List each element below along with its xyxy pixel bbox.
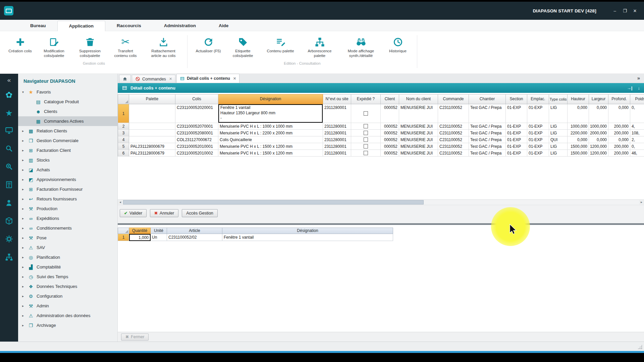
annuler-button[interactable]: ✖ Annuler (150, 209, 178, 217)
column-header-commande[interactable]: Commande (438, 94, 469, 104)
cell-commande[interactable]: C231100052 (438, 143, 469, 150)
nav-item-relation-clients[interactable]: ▸▩Relation Clients (18, 126, 117, 136)
ribbon-button-contenu-palette[interactable]: Contenu palette (261, 35, 300, 58)
ribbon-button-mode-affichage-synth-detaille[interactable]: Mode affichagesynth./détaillé (339, 35, 383, 58)
cell-chantier[interactable]: Test GAC / Prepa (469, 150, 506, 157)
checkbox-unchecked-icon[interactable] (364, 151, 368, 155)
rail-item-settings[interactable] (0, 231, 18, 249)
rail-item-invoices[interactable]: € (0, 176, 18, 194)
cell-section[interactable]: 01-EXP (506, 123, 527, 130)
cell-profond[interactable]: 200,000 (608, 130, 630, 136)
cell-designation[interactable]: Menuiserie PVC H x L : 1500 x 1200 mm (218, 150, 323, 157)
cell-section[interactable]: 01-EXP (506, 104, 527, 123)
checkbox-unchecked-icon[interactable] (364, 144, 368, 148)
cell-colis[interactable]: C231100052080001 (175, 130, 218, 136)
ribbon-button-actualiser-f5[interactable]: Actualiser (F5) (192, 35, 225, 58)
cell-hauteur[interactable]: 1000,000 (568, 123, 589, 130)
designation-edit-box[interactable]: Fenêtre 1 vantailHauteur 1350 Largeur 80… (218, 104, 323, 123)
nav-item-production[interactable]: ▸⚒Production (18, 204, 117, 214)
nav-item-commandes-actives[interactable]: ▦Commandes Actives (18, 116, 117, 126)
cell-chantier[interactable]: Test GAC / Prepa (469, 136, 506, 143)
cell-nevt[interactable]: 2311280001 (323, 143, 351, 150)
cell-emplac[interactable]: 01-EXP (527, 143, 549, 150)
cell-palette[interactable]: PAL231128000679 (129, 143, 175, 150)
cell-designation[interactable]: Colis Quincaillerie (218, 136, 323, 143)
cell-type_colis[interactable]: QUI (549, 136, 568, 143)
cell-emplac[interactable]: 01-EXP (527, 123, 549, 130)
cell-largeur[interactable]: 0,000 (589, 104, 608, 123)
cell-chantier[interactable]: Test GAC / Prepa (469, 104, 506, 123)
cell-nevt[interactable]: 2311280001 (323, 123, 351, 130)
cell-nom_client[interactable]: MENUISERIE JUI (399, 104, 438, 123)
ribbon-button-suppression-colis-palette[interactable]: Suppressioncolis/palette (72, 35, 107, 58)
cell-type_colis[interactable]: LIG (549, 104, 568, 123)
cell-designation[interactable]: Menuiserie PVC H x L : 1000 x 1000 mm (218, 123, 323, 130)
cell-poids[interactable]: 108, (630, 130, 644, 136)
rail-item-applications[interactable]: ✿ (0, 86, 18, 104)
nav-item-archivage[interactable]: ▸❐Archivage (18, 320, 117, 330)
cell-emplac[interactable]: 01-EXP (527, 130, 549, 136)
cell-palette[interactable] (129, 123, 175, 130)
cell-client[interactable]: 000052 (381, 143, 399, 150)
cell-nom_client[interactable]: MENUISERIE JUI (399, 143, 438, 150)
cell-palette[interactable] (129, 104, 175, 123)
cell-hauteur[interactable]: 1500,000 (568, 143, 589, 150)
rail-item-search-advanced[interactable] (0, 158, 18, 176)
cell-nevt[interactable]: 2311280001 (323, 150, 351, 157)
column-header-profond[interactable]: Profond. (608, 94, 630, 104)
fermer-button[interactable]: ✖ Fermer (121, 334, 149, 341)
grid-corner-cell[interactable] (118, 228, 129, 234)
cell-designation[interactable]: Menuiserie PVC H x L : 2200 x 2000 mm (218, 130, 323, 136)
cell-designation[interactable]: Fenêtre 1 vantail (222, 234, 393, 241)
cell-poids[interactable]: 2, (630, 136, 644, 143)
cell-nevt[interactable]: 2311280001 (323, 130, 351, 136)
cell-nevt[interactable]: 2311280001 (323, 136, 351, 143)
column-header-n-evt-ou-site[interactable]: N°evt ou site (323, 94, 351, 104)
cell-profond[interactable]: 0,000 (608, 104, 630, 123)
cell-colis[interactable]: C231100052010001 (175, 143, 218, 150)
column-header-expedie[interactable]: Expédié ? (351, 94, 381, 104)
menu-tab-aide[interactable]: Aide (207, 21, 240, 31)
nav-item-stocks[interactable]: ▸▥Stocks (18, 155, 117, 165)
checkbox-unchecked-icon[interactable] (364, 124, 368, 128)
cell-emplac[interactable]: 01-EXP (527, 150, 549, 157)
cell-palette[interactable]: PAL231128000679 (129, 150, 175, 157)
column-header-poids[interactable]: Poids (630, 94, 644, 104)
cell-expedie[interactable] (351, 136, 381, 143)
cell-colis[interactable]: C231100052010002 (175, 150, 218, 157)
cell-palette[interactable] (129, 130, 175, 136)
nav-item-donnees-techniques[interactable]: ▸❖Données Techniques (18, 282, 117, 291)
cell-colis[interactable]: COL231127000672 (175, 136, 218, 143)
cell-commande[interactable]: C231100052 (438, 123, 469, 130)
valider-button[interactable]: ✔ Valider (120, 209, 147, 217)
column-header-emplac[interactable]: Emplac. (527, 94, 549, 104)
row-number-cell[interactable]: 4 (118, 136, 129, 143)
column-header-designation[interactable]: Désignation (218, 94, 323, 104)
nav-item-planification[interactable]: ▸◎Planification (18, 252, 117, 262)
scroll-left-icon[interactable]: ◄ (118, 200, 123, 204)
column-header-palette[interactable]: Palette (129, 94, 175, 104)
close-button[interactable]: ✕ (630, 6, 640, 15)
cell-designation[interactable]: Fenêtre 1 vantailHauteur 1350 Largeur 80… (218, 104, 323, 123)
cell-commande[interactable]: C231100052 (438, 104, 469, 123)
menu-tab-bureau[interactable]: Bureau (19, 21, 57, 31)
tab-overflow-icon[interactable]: » (637, 75, 640, 81)
cell-nom_client[interactable]: MENUISERIE JUI (399, 123, 438, 130)
tab-detail-colis-contenu[interactable]: Détail colis + contenu✕ (176, 74, 239, 83)
cell-poids[interactable]: 0, (630, 104, 644, 123)
ribbon-button-historique[interactable]: Historique (383, 35, 413, 58)
nav-item-admin[interactable]: ▸⚒Admin (18, 301, 117, 311)
column-header-unite[interactable]: Unité (151, 228, 167, 234)
minimize-button[interactable]: – (610, 6, 620, 15)
nav-item-pose[interactable]: ▸⚒Pose (18, 233, 117, 243)
cell-client[interactable]: 000052 (381, 150, 399, 157)
cell-chantier[interactable]: Test GAC / Prepa (469, 143, 506, 150)
scroll-right-icon[interactable]: ► (639, 200, 644, 204)
menu-tab-administration[interactable]: Administration (153, 21, 207, 31)
cell-commande[interactable]: C231100052 (438, 130, 469, 136)
cell-chantier[interactable]: Test GAC / Prepa (469, 130, 506, 136)
cell-poids[interactable]: 4, (630, 123, 644, 130)
column-header-chantier[interactable]: Chantier (469, 94, 506, 104)
cell-colis[interactable]: C231100052070001 (175, 123, 218, 130)
cell-client[interactable]: 000052 (381, 123, 399, 130)
